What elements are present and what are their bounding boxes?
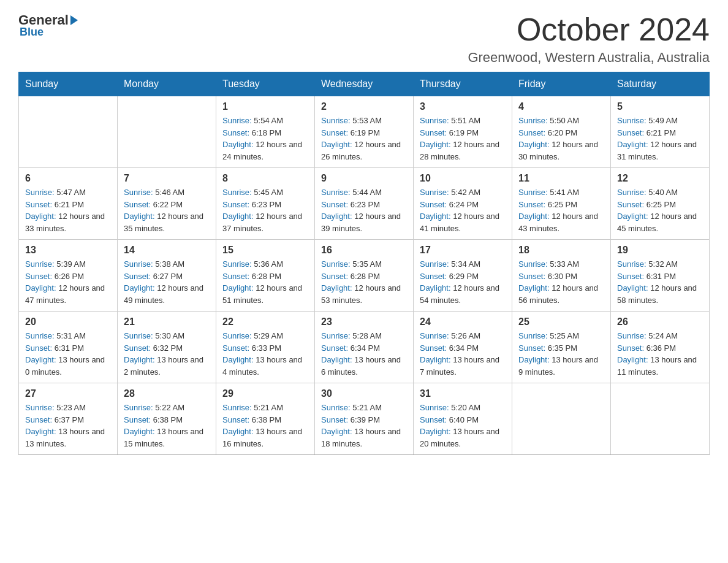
day-number: 21 (124, 316, 210, 327)
title-area: October 2024 Greenwood, Western Australi… (468, 12, 710, 66)
day-number: 26 (617, 316, 703, 327)
day-number: 31 (420, 388, 506, 399)
day-number: 10 (420, 173, 506, 184)
col-friday: Friday (512, 72, 611, 96)
day-info: Sunrise: 5:24 AMSunset: 6:36 PMDaylight:… (617, 330, 703, 378)
day-number: 24 (420, 316, 506, 327)
calendar-cell-w3-d4: 17Sunrise: 5:34 AMSunset: 6:29 PMDayligh… (414, 240, 512, 312)
day-info: Sunrise: 5:35 AMSunset: 6:28 PMDaylight:… (321, 258, 407, 306)
calendar-cell-w2-d4: 10Sunrise: 5:42 AMSunset: 6:24 PMDayligh… (414, 168, 512, 240)
calendar-cell-w3-d1: 14Sunrise: 5:38 AMSunset: 6:27 PMDayligh… (118, 240, 216, 312)
calendar-cell-w4-d6: 26Sunrise: 5:24 AMSunset: 6:36 PMDayligh… (611, 312, 710, 383)
week-row-2: 6Sunrise: 5:47 AMSunset: 6:21 PMDaylight… (19, 168, 710, 240)
calendar-cell-w5-d5 (512, 383, 611, 455)
logo-area: General Blue (18, 12, 78, 39)
day-info: Sunrise: 5:31 AMSunset: 6:31 PMDaylight:… (25, 330, 111, 378)
calendar-cell-w2-d3: 9Sunrise: 5:44 AMSunset: 6:23 PMDaylight… (315, 168, 414, 240)
day-info: Sunrise: 5:46 AMSunset: 6:22 PMDaylight:… (124, 186, 210, 234)
day-number: 28 (124, 388, 210, 399)
day-number: 8 (222, 173, 308, 184)
day-info: Sunrise: 5:26 AMSunset: 6:34 PMDaylight:… (420, 330, 506, 378)
page-header: General Blue October 2024 Greenwood, Wes… (18, 12, 710, 66)
day-number: 30 (321, 388, 407, 399)
location-title: Greenwood, Western Australia, Australia (468, 50, 710, 66)
day-number: 3 (420, 101, 506, 112)
calendar-cell-w5-d6 (611, 383, 710, 455)
day-number: 16 (321, 245, 407, 256)
day-info: Sunrise: 5:40 AMSunset: 6:25 PMDaylight:… (617, 186, 703, 234)
day-info: Sunrise: 5:36 AMSunset: 6:28 PMDaylight:… (222, 258, 308, 306)
day-number: 4 (518, 101, 604, 112)
day-number: 5 (617, 101, 703, 112)
day-info: Sunrise: 5:22 AMSunset: 6:38 PMDaylight:… (124, 402, 210, 450)
col-tuesday: Tuesday (216, 72, 315, 96)
day-info: Sunrise: 5:53 AMSunset: 6:19 PMDaylight:… (321, 115, 407, 163)
day-info: Sunrise: 5:54 AMSunset: 6:18 PMDaylight:… (222, 115, 308, 163)
calendar-cell-w5-d1: 28Sunrise: 5:22 AMSunset: 6:38 PMDayligh… (118, 383, 216, 455)
day-info: Sunrise: 5:29 AMSunset: 6:33 PMDaylight:… (222, 330, 308, 378)
day-info: Sunrise: 5:41 AMSunset: 6:25 PMDaylight:… (518, 186, 604, 234)
calendar-cell-w3-d0: 13Sunrise: 5:39 AMSunset: 6:26 PMDayligh… (19, 240, 118, 312)
day-number: 19 (617, 245, 703, 256)
week-row-1: 1Sunrise: 5:54 AMSunset: 6:18 PMDaylight… (19, 96, 710, 168)
day-info: Sunrise: 5:33 AMSunset: 6:30 PMDaylight:… (518, 258, 604, 306)
day-number: 11 (518, 173, 604, 184)
day-info: Sunrise: 5:44 AMSunset: 6:23 PMDaylight:… (321, 186, 407, 234)
week-row-4: 20Sunrise: 5:31 AMSunset: 6:31 PMDayligh… (19, 312, 710, 383)
calendar-cell-w3-d6: 19Sunrise: 5:32 AMSunset: 6:31 PMDayligh… (611, 240, 710, 312)
calendar-cell-w3-d2: 15Sunrise: 5:36 AMSunset: 6:28 PMDayligh… (216, 240, 315, 312)
calendar-cell-w2-d5: 11Sunrise: 5:41 AMSunset: 6:25 PMDayligh… (512, 168, 611, 240)
day-number: 29 (222, 388, 308, 399)
day-number: 23 (321, 316, 407, 327)
calendar-header-row: Sunday Monday Tuesday Wednesday Thursday… (19, 72, 710, 96)
calendar-cell-w1-d5: 4Sunrise: 5:50 AMSunset: 6:20 PMDaylight… (512, 96, 611, 168)
logo-blue-text: Blue (20, 26, 44, 39)
day-info: Sunrise: 5:51 AMSunset: 6:19 PMDaylight:… (420, 115, 506, 163)
calendar-cell-w5-d4: 31Sunrise: 5:20 AMSunset: 6:40 PMDayligh… (414, 383, 512, 455)
calendar-cell-w2-d0: 6Sunrise: 5:47 AMSunset: 6:21 PMDaylight… (19, 168, 118, 240)
day-info: Sunrise: 5:20 AMSunset: 6:40 PMDaylight:… (420, 402, 506, 450)
col-saturday: Saturday (611, 72, 710, 96)
calendar-cell-w2-d2: 8Sunrise: 5:45 AMSunset: 6:23 PMDaylight… (216, 168, 315, 240)
day-info: Sunrise: 5:25 AMSunset: 6:35 PMDaylight:… (518, 330, 604, 378)
day-number: 27 (25, 388, 111, 399)
day-info: Sunrise: 5:45 AMSunset: 6:23 PMDaylight:… (222, 186, 308, 234)
week-row-3: 13Sunrise: 5:39 AMSunset: 6:26 PMDayligh… (19, 240, 710, 312)
day-info: Sunrise: 5:21 AMSunset: 6:38 PMDaylight:… (222, 402, 308, 450)
day-info: Sunrise: 5:23 AMSunset: 6:37 PMDaylight:… (25, 402, 111, 450)
calendar-cell-w4-d4: 24Sunrise: 5:26 AMSunset: 6:34 PMDayligh… (414, 312, 512, 383)
day-info: Sunrise: 5:30 AMSunset: 6:32 PMDaylight:… (124, 330, 210, 378)
day-number: 7 (124, 173, 210, 184)
calendar-cell-w4-d0: 20Sunrise: 5:31 AMSunset: 6:31 PMDayligh… (19, 312, 118, 383)
calendar-cell-w5-d2: 29Sunrise: 5:21 AMSunset: 6:38 PMDayligh… (216, 383, 315, 455)
day-number: 15 (222, 245, 308, 256)
calendar-cell-w1-d4: 3Sunrise: 5:51 AMSunset: 6:19 PMDaylight… (414, 96, 512, 168)
day-number: 22 (222, 316, 308, 327)
calendar-table: Sunday Monday Tuesday Wednesday Thursday… (18, 72, 710, 455)
day-info: Sunrise: 5:21 AMSunset: 6:39 PMDaylight:… (321, 402, 407, 450)
calendar-cell-w1-d2: 1Sunrise: 5:54 AMSunset: 6:18 PMDaylight… (216, 96, 315, 168)
calendar-cell-w1-d6: 5Sunrise: 5:49 AMSunset: 6:21 PMDaylight… (611, 96, 710, 168)
calendar-cell-w5-d0: 27Sunrise: 5:23 AMSunset: 6:37 PMDayligh… (19, 383, 118, 455)
calendar-cell-w1-d1 (118, 96, 216, 168)
calendar-cell-w3-d3: 16Sunrise: 5:35 AMSunset: 6:28 PMDayligh… (315, 240, 414, 312)
calendar-cell-w4-d5: 25Sunrise: 5:25 AMSunset: 6:35 PMDayligh… (512, 312, 611, 383)
col-sunday: Sunday (19, 72, 118, 96)
day-info: Sunrise: 5:50 AMSunset: 6:20 PMDaylight:… (518, 115, 604, 163)
day-number: 25 (518, 316, 604, 327)
day-info: Sunrise: 5:28 AMSunset: 6:34 PMDaylight:… (321, 330, 407, 378)
day-number: 2 (321, 101, 407, 112)
logo-arrow-icon (70, 15, 78, 25)
day-number: 12 (617, 173, 703, 184)
day-info: Sunrise: 5:49 AMSunset: 6:21 PMDaylight:… (617, 115, 703, 163)
day-info: Sunrise: 5:34 AMSunset: 6:29 PMDaylight:… (420, 258, 506, 306)
month-title: October 2024 (468, 12, 710, 47)
day-number: 1 (222, 101, 308, 112)
calendar-cell-w1-d3: 2Sunrise: 5:53 AMSunset: 6:19 PMDaylight… (315, 96, 414, 168)
day-number: 6 (25, 173, 111, 184)
day-info: Sunrise: 5:47 AMSunset: 6:21 PMDaylight:… (25, 186, 111, 234)
day-number: 9 (321, 173, 407, 184)
calendar-cell-w2-d1: 7Sunrise: 5:46 AMSunset: 6:22 PMDaylight… (118, 168, 216, 240)
calendar-cell-w5-d3: 30Sunrise: 5:21 AMSunset: 6:39 PMDayligh… (315, 383, 414, 455)
calendar-cell-w4-d1: 21Sunrise: 5:30 AMSunset: 6:32 PMDayligh… (118, 312, 216, 383)
